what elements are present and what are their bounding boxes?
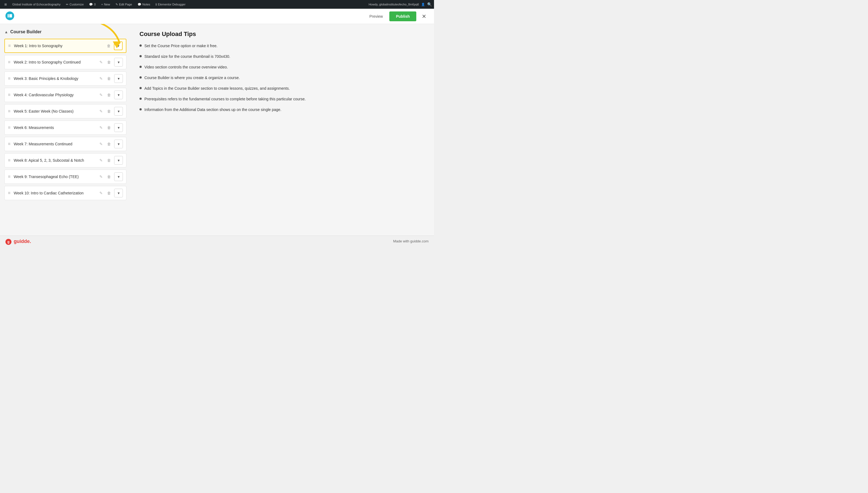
tip-bullet-2 bbox=[139, 55, 142, 57]
comments-link[interactable]: 💬 0 bbox=[87, 0, 98, 9]
drag-handle-icon-8[interactable]: ≡ bbox=[8, 158, 10, 163]
expand-button-4[interactable]: ▾ bbox=[114, 90, 123, 99]
edit-page-link[interactable]: ✎ Edit Page bbox=[113, 0, 134, 9]
course-item-6: ≡ Week 6: Measurements ✎ 🗑 ▾ bbox=[4, 121, 127, 135]
edit-button-5[interactable]: ✎ bbox=[98, 108, 104, 114]
expand-button-7[interactable]: ▾ bbox=[114, 140, 123, 148]
item-actions-4: ✎ 🗑 ▾ bbox=[98, 90, 123, 99]
tip-item-3: Video section controls the course overvi… bbox=[139, 64, 425, 70]
item-actions-5: ✎ 🗑 ▾ bbox=[98, 107, 123, 115]
item-title-7: Week 7: Measurements Continued bbox=[14, 142, 98, 146]
tip-text-5: Add Topics in the Course Builder section… bbox=[144, 86, 290, 91]
edit-button-4[interactable]: ✎ bbox=[98, 92, 104, 98]
right-panel: Course Upload Tips Set the Course Price … bbox=[131, 24, 434, 236]
course-item-5: ≡ Week 5: Easter Week (No Classes) ✎ 🗑 ▾ bbox=[4, 104, 127, 119]
edit-button-8[interactable]: ✎ bbox=[98, 157, 104, 164]
item-title-2: Week 2: Intro to Sonography Continued bbox=[14, 60, 98, 64]
delete-button-10[interactable]: 🗑 bbox=[106, 190, 112, 196]
new-link[interactable]: + New bbox=[99, 0, 112, 9]
delete-button-9[interactable]: 🗑 bbox=[106, 173, 112, 180]
edit-button-10[interactable]: ✎ bbox=[98, 190, 104, 196]
tip-bullet-1 bbox=[139, 44, 142, 47]
tip-item-7: Information from the Additional Data sec… bbox=[139, 107, 425, 113]
elementor-header: Preview Publish ✕ bbox=[0, 9, 434, 24]
publish-button[interactable]: Publish bbox=[389, 12, 416, 21]
delete-button-2[interactable]: 🗑 bbox=[106, 59, 112, 65]
new-icon: + bbox=[101, 3, 103, 6]
wp-logo[interactable]: ⊞ bbox=[2, 0, 9, 9]
section-header: ▲ Course Builder bbox=[4, 29, 127, 34]
item-actions-8: ✎ 🗑 ▾ bbox=[98, 156, 123, 165]
expand-button-1[interactable]: ▾ bbox=[114, 41, 122, 50]
item-actions-9: ✎ 🗑 ▾ bbox=[98, 172, 123, 181]
course-item-8: ≡ Week 8: Apical 5, 2, 3, Subcostal & No… bbox=[4, 153, 127, 167]
guidde-logo-text: g guidde. bbox=[5, 239, 31, 244]
footer: g guidde. Made with guidde.com bbox=[0, 236, 434, 246]
drag-handle-icon-10[interactable]: ≡ bbox=[8, 191, 10, 195]
edit-button-9[interactable]: ✎ bbox=[98, 173, 104, 180]
item-actions-1: 🗑 ▾ bbox=[106, 41, 122, 50]
drag-handle-icon-7[interactable]: ≡ bbox=[8, 142, 10, 146]
tip-bullet-4 bbox=[139, 76, 142, 79]
item-actions-10: ✎ 🗑 ▾ bbox=[98, 189, 123, 197]
edit-button-6[interactable]: ✎ bbox=[98, 124, 104, 131]
tip-bullet-7 bbox=[139, 108, 142, 110]
drag-handle-icon-6[interactable]: ≡ bbox=[8, 125, 10, 130]
drag-handle-icon-9[interactable]: ≡ bbox=[8, 174, 10, 179]
expand-button-9[interactable]: ▾ bbox=[114, 172, 123, 181]
delete-button-5[interactable]: 🗑 bbox=[106, 108, 112, 114]
delete-button-8[interactable]: 🗑 bbox=[106, 157, 112, 164]
expand-button-8[interactable]: ▾ bbox=[114, 156, 123, 165]
drag-handle-icon-4[interactable]: ≡ bbox=[8, 92, 10, 97]
item-title-6: Week 6: Measurements bbox=[14, 125, 98, 130]
expand-button-5[interactable]: ▾ bbox=[114, 107, 123, 115]
drag-handle-icon-3[interactable]: ≡ bbox=[8, 76, 10, 81]
collapse-icon[interactable]: ▲ bbox=[4, 30, 8, 34]
notes-icon: 💬 bbox=[138, 3, 141, 6]
tip-text-6: Prerequisites refers to the fundamental … bbox=[144, 96, 306, 102]
edit-button-7[interactable]: ✎ bbox=[98, 141, 104, 147]
drag-handle-icon-5[interactable]: ≡ bbox=[8, 109, 10, 114]
footer-tagline: Made with guidde.com bbox=[393, 239, 429, 243]
tip-text-7: Information from the Additional Data sec… bbox=[144, 107, 281, 113]
edit-button-2[interactable]: ✎ bbox=[98, 59, 104, 65]
item-title-3: Week 3: Basic Principles & Knobology bbox=[14, 76, 98, 81]
notes-link[interactable]: 💬 Notes bbox=[135, 0, 153, 9]
customize-icon: ✏ bbox=[66, 3, 68, 6]
admin-bar: ⊞ Global Institute of Echocardiography ✏… bbox=[0, 0, 434, 9]
drag-handle-icon-1[interactable]: ≡ bbox=[8, 43, 10, 48]
delete-button-7[interactable]: 🗑 bbox=[106, 141, 112, 147]
elementor-logo bbox=[5, 12, 14, 21]
tips-list: Set the Course Price option or make it f… bbox=[139, 43, 425, 113]
edit-icon: ✎ bbox=[115, 3, 118, 6]
search-icon[interactable]: 🔍 bbox=[427, 2, 432, 6]
item-title-5: Week 5: Easter Week (No Classes) bbox=[14, 109, 98, 113]
tip-item-5: Add Topics in the Course Builder section… bbox=[139, 86, 425, 91]
tip-text-2: Standard size for the course thumbnail i… bbox=[144, 54, 230, 60]
tip-item-6: Prerequisites refers to the fundamental … bbox=[139, 96, 425, 102]
expand-button-2[interactable]: ▾ bbox=[114, 58, 123, 66]
expand-button-6[interactable]: ▾ bbox=[114, 123, 123, 132]
course-item-4: ≡ Week 4: Cardiovascular Physiology ✎ 🗑 … bbox=[4, 88, 127, 102]
customize-link[interactable]: ✏ Customize bbox=[64, 0, 86, 9]
expand-button-3[interactable]: ▾ bbox=[114, 74, 123, 83]
course-row-wrapper-1: ≡ Week 1: Intro to Sonography 🗑 ▾ bbox=[4, 39, 127, 53]
tip-text-4: Course Builder is where you create & org… bbox=[144, 75, 240, 81]
elementor-header-right: Preview Publish ✕ bbox=[366, 11, 429, 22]
item-actions-3: ✎ 🗑 ▾ bbox=[98, 74, 123, 83]
left-panel: ▲ Course Builder ≡ Week 1: Intro to Sono… bbox=[0, 24, 131, 236]
delete-button-1[interactable]: 🗑 bbox=[106, 43, 112, 49]
edit-button-3[interactable]: ✎ bbox=[98, 75, 104, 82]
delete-button-4[interactable]: 🗑 bbox=[106, 92, 112, 98]
delete-button-3[interactable]: 🗑 bbox=[106, 75, 112, 82]
drag-handle-icon-2[interactable]: ≡ bbox=[8, 60, 10, 65]
debugger-link[interactable]: ℹ Elementor Debugger bbox=[153, 0, 188, 9]
expand-button-10[interactable]: ▾ bbox=[114, 189, 123, 197]
guidde-logo: g guidde. bbox=[5, 237, 31, 245]
item-actions-2: ✎ 🗑 ▾ bbox=[98, 58, 123, 66]
item-title-4: Week 4: Cardiovascular Physiology bbox=[14, 93, 98, 97]
close-button[interactable]: ✕ bbox=[419, 11, 429, 22]
delete-button-6[interactable]: 🗑 bbox=[106, 124, 112, 131]
site-name[interactable]: Global Institute of Echocardiography bbox=[10, 0, 63, 9]
preview-button[interactable]: Preview bbox=[366, 12, 386, 21]
